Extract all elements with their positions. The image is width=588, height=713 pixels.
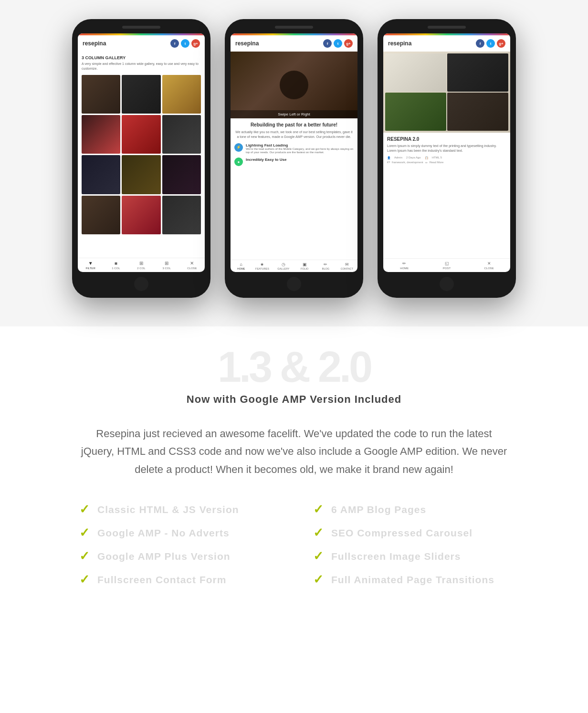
feature-lightning-text: Lightning Fast Loading We're the lead au…	[246, 143, 354, 155]
phone-1-header: resepina f t g+	[78, 35, 205, 52]
nav-1col[interactable]: ■ 1 COL	[103, 258, 128, 272]
nav-filter-label: FILTER	[85, 267, 95, 270]
p3-post-label: POST	[443, 267, 451, 270]
meta-type: HTML 5	[432, 156, 442, 159]
p2-nav-home[interactable]: ⌂ HOME	[231, 260, 252, 272]
nav-close-1[interactable]: ✕ CLOSE	[179, 258, 205, 272]
gallery-desc: A very simple and effective 1 column wid…	[82, 62, 201, 71]
tags-text: framework, development	[392, 161, 423, 164]
phone-3-content: RESEPINA 2.0 Lorem Ipsum is simply dummy…	[383, 133, 510, 258]
nav-3col[interactable]: ⊞ 3 COL	[154, 258, 179, 272]
phone3-post-text: Lorem Ipsum is simply dummy text of the …	[387, 144, 506, 153]
feature-label-7: Fullscreen Image Sliders	[331, 551, 461, 562]
feature-item-2: ✓ Google AMP - No Adverts	[79, 525, 275, 540]
gallery-cell-12[interactable]	[162, 196, 201, 234]
gallery-cell-5[interactable]	[122, 115, 160, 154]
phone-3-frame: resepina f t g+ RESEPINA 2.0 Lorem Ipsum…	[378, 19, 516, 298]
features-grid: ✓ Classic HTML & JS Version ✓ 6 AMP Blog…	[79, 502, 509, 587]
twitter-icon[interactable]: t	[181, 39, 189, 48]
gallery-cell-1[interactable]	[82, 75, 120, 114]
gallery-cell-11[interactable]	[122, 196, 160, 234]
gallery-cell-3[interactable]	[162, 75, 201, 114]
p2-features-label: FEATURES	[255, 267, 269, 270]
p3-nav-post[interactable]: ◱ POST	[426, 259, 468, 272]
meta-author: Admin	[394, 156, 402, 159]
hero-label: Swipe Left or Right	[231, 110, 357, 118]
gallery-cell-8[interactable]	[122, 155, 160, 194]
feature-easy-title: Incredibly Easy to Use	[246, 157, 286, 162]
gallery-cell-7[interactable]	[82, 155, 120, 194]
feature-label-1: Classic HTML & JS Version	[97, 504, 239, 515]
phone-2-screen: resepina f t g+ Swipe Left or Right Rebu…	[231, 33, 357, 272]
check-icon-6: ✓	[313, 525, 324, 540]
phone2-facebook-icon[interactable]: f	[323, 39, 332, 48]
p2-nav-blog[interactable]: ✏ BLOG	[315, 260, 336, 272]
read-more-link[interactable]: Read More	[430, 161, 444, 164]
feature-lightning: ⚡ Lightning Fast Loading We're the lead …	[234, 143, 354, 155]
feature-item-8: ✓ Full Animated Page Transitions	[313, 572, 509, 587]
phone2-googleplus-icon[interactable]: g+	[344, 39, 353, 48]
lightning-icon: ⚡	[234, 143, 243, 152]
phone3-img-1	[385, 53, 446, 92]
close-icon-3: ✕	[487, 261, 491, 266]
gallery-title: 3 COLUMN GALLERY	[82, 55, 201, 60]
p2-contact-label: CONTACT	[341, 267, 353, 270]
phone-3-header: resepina f t g+	[383, 35, 510, 52]
phone3-image-grid	[383, 52, 510, 133]
phone3-post-title: RESEPINA 2.0	[387, 136, 506, 142]
gallery-cell-2[interactable]	[122, 75, 160, 114]
nav-filter[interactable]: ▼ FILTER	[78, 258, 103, 272]
home-icon-2: ⌂	[240, 262, 242, 267]
phone-1-content: 3 COLUMN GALLERY A very simple and effec…	[78, 52, 205, 258]
phone-2-bottom-nav: ⌂ HOME ★ FEATURES ◷ GALLERY ▣ FOLIO ✏	[231, 260, 357, 272]
phone-1-frame: resepina f t g+ 3 COLUMN GALLERY A very …	[72, 19, 210, 298]
googleplus-icon[interactable]: g+	[191, 39, 200, 48]
phone-1-screen: resepina f t g+ 3 COLUMN GALLERY A very …	[78, 33, 205, 272]
phone3-facebook-icon[interactable]: f	[476, 39, 484, 48]
check-icon-1: ✓	[79, 502, 90, 517]
phone-3-logo: resepina	[388, 40, 411, 47]
subtitle-amp: Now with Google AMP Version Included	[29, 393, 559, 406]
p3-nav-home[interactable]: ✏ HOME	[383, 259, 426, 272]
feature-label-8: Full Animated Page Transitions	[331, 574, 494, 586]
1col-icon: ■	[115, 261, 117, 266]
gallery-cell-9[interactable]	[162, 155, 201, 194]
phones-section: resepina f t g+ 3 COLUMN GALLERY A very …	[0, 0, 588, 326]
gallery-cell-4[interactable]	[82, 115, 120, 154]
easy-icon: ●	[234, 157, 243, 166]
phone3-googleplus-icon[interactable]: g+	[497, 39, 505, 48]
phone3-twitter-icon[interactable]: t	[486, 39, 495, 48]
p2-nav-features[interactable]: ★ FEATURES	[252, 260, 273, 272]
close-icon-1: ✕	[190, 261, 194, 266]
check-icon-4: ✓	[79, 572, 90, 587]
gallery-grid	[82, 75, 201, 234]
feature-easy-text: Incredibly Easy to Use	[246, 157, 286, 162]
nav-2col-label: 2 COL	[137, 267, 145, 270]
phone3-img-4	[447, 93, 508, 131]
facebook-icon[interactable]: f	[170, 39, 179, 48]
gallery-cell-6[interactable]	[162, 115, 201, 154]
meta-type-icon: 📋	[425, 156, 428, 159]
gallery-cell-10[interactable]	[82, 196, 120, 234]
feature-label-4: Fullscreen Contact Form	[97, 574, 226, 586]
p2-nav-folio[interactable]: ▣ FOLIO	[294, 260, 315, 272]
feature-label-3: Google AMP Plus Version	[97, 551, 231, 562]
check-icon-8: ✓	[313, 572, 324, 587]
post-icon: ◱	[445, 261, 449, 266]
p3-nav-close[interactable]: ✕ CLOSE	[468, 259, 510, 272]
p3-home-label: HOME	[400, 267, 409, 270]
p2-home-label: HOME	[237, 267, 245, 270]
nav-2col[interactable]: ⊞ 2 COL	[128, 258, 154, 272]
version-display: 1.3 & 2.0	[29, 346, 559, 388]
meta-person-icon: 👤	[387, 156, 390, 159]
phone-2-content: Rebuilding the past for a better future!…	[231, 118, 357, 260]
p2-gallery-label: GALLERY	[277, 267, 289, 270]
p2-nav-gallery[interactable]: ◷ GALLERY	[273, 260, 294, 272]
feature-lightning-title: Lightning Fast Loading	[246, 143, 354, 147]
folio-icon: ▣	[303, 262, 307, 267]
pencil-icon: ✏	[425, 161, 428, 164]
feature-item-4: ✓ Fullscreen Contact Form	[79, 572, 275, 587]
check-icon-2: ✓	[79, 525, 90, 540]
p2-nav-contact[interactable]: ✉ CONTACT	[336, 260, 357, 272]
phone2-twitter-icon[interactable]: t	[334, 39, 342, 48]
